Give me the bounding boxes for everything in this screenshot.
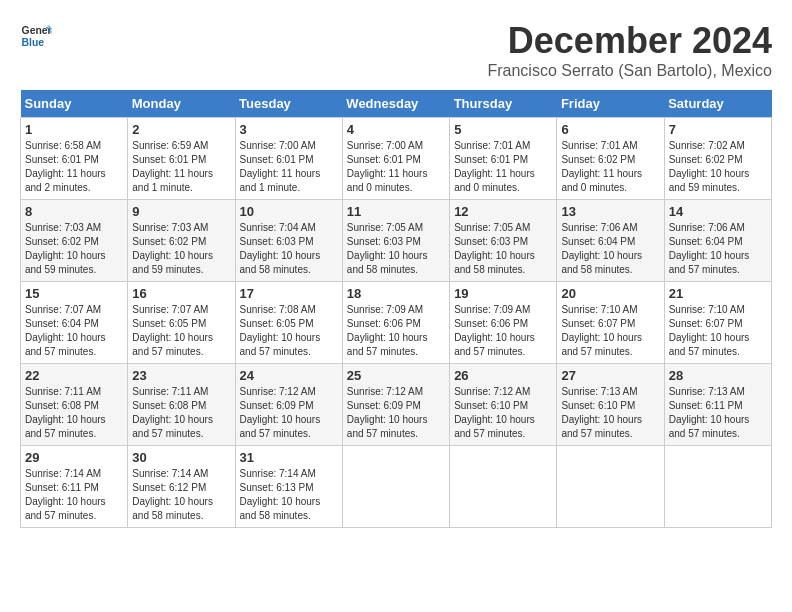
header-thursday: Thursday [450, 90, 557, 118]
calendar-cell: 9Sunrise: 7:03 AMSunset: 6:02 PMDaylight… [128, 200, 235, 282]
day-number: 30 [132, 450, 230, 465]
day-info: Sunrise: 7:05 AMSunset: 6:03 PMDaylight:… [347, 221, 445, 277]
calendar-cell: 2Sunrise: 6:59 AMSunset: 6:01 PMDaylight… [128, 118, 235, 200]
calendar-cell: 18Sunrise: 7:09 AMSunset: 6:06 PMDayligh… [342, 282, 449, 364]
day-number: 23 [132, 368, 230, 383]
calendar-cell: 8Sunrise: 7:03 AMSunset: 6:02 PMDaylight… [21, 200, 128, 282]
day-info: Sunrise: 7:14 AMSunset: 6:12 PMDaylight:… [132, 467, 230, 523]
calendar-cell: 23Sunrise: 7:11 AMSunset: 6:08 PMDayligh… [128, 364, 235, 446]
calendar-cell: 6Sunrise: 7:01 AMSunset: 6:02 PMDaylight… [557, 118, 664, 200]
day-number: 16 [132, 286, 230, 301]
day-info: Sunrise: 7:13 AMSunset: 6:10 PMDaylight:… [561, 385, 659, 441]
calendar-cell: 16Sunrise: 7:07 AMSunset: 6:05 PMDayligh… [128, 282, 235, 364]
calendar-cell: 3Sunrise: 7:00 AMSunset: 6:01 PMDaylight… [235, 118, 342, 200]
day-number: 11 [347, 204, 445, 219]
day-info: Sunrise: 7:12 AMSunset: 6:09 PMDaylight:… [347, 385, 445, 441]
day-number: 9 [132, 204, 230, 219]
logo-icon: General Blue [20, 20, 52, 52]
calendar-week-row: 29Sunrise: 7:14 AMSunset: 6:11 PMDayligh… [21, 446, 772, 528]
calendar-cell: 15Sunrise: 7:07 AMSunset: 6:04 PMDayligh… [21, 282, 128, 364]
calendar-cell: 1Sunrise: 6:58 AMSunset: 6:01 PMDaylight… [21, 118, 128, 200]
day-info: Sunrise: 7:01 AMSunset: 6:02 PMDaylight:… [561, 139, 659, 195]
day-info: Sunrise: 7:10 AMSunset: 6:07 PMDaylight:… [669, 303, 767, 359]
page-header: General Blue December 2024 Francisco Ser… [20, 20, 772, 80]
day-info: Sunrise: 7:14 AMSunset: 6:11 PMDaylight:… [25, 467, 123, 523]
calendar-cell [342, 446, 449, 528]
calendar-cell: 4Sunrise: 7:00 AMSunset: 6:01 PMDaylight… [342, 118, 449, 200]
day-number: 6 [561, 122, 659, 137]
calendar-cell: 27Sunrise: 7:13 AMSunset: 6:10 PMDayligh… [557, 364, 664, 446]
svg-text:Blue: Blue [22, 37, 45, 48]
day-info: Sunrise: 7:09 AMSunset: 6:06 PMDaylight:… [347, 303, 445, 359]
calendar-cell: 30Sunrise: 7:14 AMSunset: 6:12 PMDayligh… [128, 446, 235, 528]
day-number: 13 [561, 204, 659, 219]
calendar-cell: 7Sunrise: 7:02 AMSunset: 6:02 PMDaylight… [664, 118, 771, 200]
calendar-header-row: SundayMondayTuesdayWednesdayThursdayFrid… [21, 90, 772, 118]
title-section: December 2024 Francisco Serrato (San Bar… [487, 20, 772, 80]
calendar-cell: 29Sunrise: 7:14 AMSunset: 6:11 PMDayligh… [21, 446, 128, 528]
header-saturday: Saturday [664, 90, 771, 118]
calendar-cell: 14Sunrise: 7:06 AMSunset: 6:04 PMDayligh… [664, 200, 771, 282]
location-subtitle: Francisco Serrato (San Bartolo), Mexico [487, 62, 772, 80]
calendar-cell: 24Sunrise: 7:12 AMSunset: 6:09 PMDayligh… [235, 364, 342, 446]
day-info: Sunrise: 7:12 AMSunset: 6:09 PMDaylight:… [240, 385, 338, 441]
day-info: Sunrise: 7:04 AMSunset: 6:03 PMDaylight:… [240, 221, 338, 277]
day-number: 1 [25, 122, 123, 137]
calendar-cell [450, 446, 557, 528]
calendar-cell: 10Sunrise: 7:04 AMSunset: 6:03 PMDayligh… [235, 200, 342, 282]
day-info: Sunrise: 7:09 AMSunset: 6:06 PMDaylight:… [454, 303, 552, 359]
header-sunday: Sunday [21, 90, 128, 118]
day-number: 14 [669, 204, 767, 219]
day-number: 24 [240, 368, 338, 383]
day-info: Sunrise: 7:14 AMSunset: 6:13 PMDaylight:… [240, 467, 338, 523]
calendar-cell: 26Sunrise: 7:12 AMSunset: 6:10 PMDayligh… [450, 364, 557, 446]
calendar-cell: 20Sunrise: 7:10 AMSunset: 6:07 PMDayligh… [557, 282, 664, 364]
calendar-cell: 28Sunrise: 7:13 AMSunset: 6:11 PMDayligh… [664, 364, 771, 446]
day-info: Sunrise: 7:07 AMSunset: 6:04 PMDaylight:… [25, 303, 123, 359]
calendar-week-row: 15Sunrise: 7:07 AMSunset: 6:04 PMDayligh… [21, 282, 772, 364]
day-number: 19 [454, 286, 552, 301]
day-info: Sunrise: 7:08 AMSunset: 6:05 PMDaylight:… [240, 303, 338, 359]
calendar-cell: 5Sunrise: 7:01 AMSunset: 6:01 PMDaylight… [450, 118, 557, 200]
calendar-cell: 22Sunrise: 7:11 AMSunset: 6:08 PMDayligh… [21, 364, 128, 446]
day-info: Sunrise: 6:58 AMSunset: 6:01 PMDaylight:… [25, 139, 123, 195]
day-number: 2 [132, 122, 230, 137]
day-info: Sunrise: 7:02 AMSunset: 6:02 PMDaylight:… [669, 139, 767, 195]
day-info: Sunrise: 7:13 AMSunset: 6:11 PMDaylight:… [669, 385, 767, 441]
svg-text:General: General [22, 25, 52, 36]
day-info: Sunrise: 6:59 AMSunset: 6:01 PMDaylight:… [132, 139, 230, 195]
day-info: Sunrise: 7:12 AMSunset: 6:10 PMDaylight:… [454, 385, 552, 441]
day-number: 21 [669, 286, 767, 301]
day-number: 20 [561, 286, 659, 301]
calendar-week-row: 22Sunrise: 7:11 AMSunset: 6:08 PMDayligh… [21, 364, 772, 446]
day-info: Sunrise: 7:06 AMSunset: 6:04 PMDaylight:… [669, 221, 767, 277]
calendar-cell: 11Sunrise: 7:05 AMSunset: 6:03 PMDayligh… [342, 200, 449, 282]
day-number: 29 [25, 450, 123, 465]
day-info: Sunrise: 7:11 AMSunset: 6:08 PMDaylight:… [132, 385, 230, 441]
calendar-cell [557, 446, 664, 528]
day-number: 26 [454, 368, 552, 383]
day-number: 4 [347, 122, 445, 137]
header-friday: Friday [557, 90, 664, 118]
day-number: 7 [669, 122, 767, 137]
calendar-week-row: 1Sunrise: 6:58 AMSunset: 6:01 PMDaylight… [21, 118, 772, 200]
calendar-cell [664, 446, 771, 528]
day-info: Sunrise: 7:05 AMSunset: 6:03 PMDaylight:… [454, 221, 552, 277]
calendar-cell: 31Sunrise: 7:14 AMSunset: 6:13 PMDayligh… [235, 446, 342, 528]
day-info: Sunrise: 7:01 AMSunset: 6:01 PMDaylight:… [454, 139, 552, 195]
calendar-cell: 17Sunrise: 7:08 AMSunset: 6:05 PMDayligh… [235, 282, 342, 364]
day-number: 8 [25, 204, 123, 219]
calendar-table: SundayMondayTuesdayWednesdayThursdayFrid… [20, 90, 772, 528]
day-info: Sunrise: 7:00 AMSunset: 6:01 PMDaylight:… [347, 139, 445, 195]
day-info: Sunrise: 7:03 AMSunset: 6:02 PMDaylight:… [132, 221, 230, 277]
day-number: 27 [561, 368, 659, 383]
day-info: Sunrise: 7:03 AMSunset: 6:02 PMDaylight:… [25, 221, 123, 277]
calendar-cell: 21Sunrise: 7:10 AMSunset: 6:07 PMDayligh… [664, 282, 771, 364]
calendar-cell: 12Sunrise: 7:05 AMSunset: 6:03 PMDayligh… [450, 200, 557, 282]
day-number: 17 [240, 286, 338, 301]
month-title: December 2024 [487, 20, 772, 62]
day-info: Sunrise: 7:11 AMSunset: 6:08 PMDaylight:… [25, 385, 123, 441]
day-info: Sunrise: 7:10 AMSunset: 6:07 PMDaylight:… [561, 303, 659, 359]
day-number: 22 [25, 368, 123, 383]
logo: General Blue [20, 20, 52, 52]
